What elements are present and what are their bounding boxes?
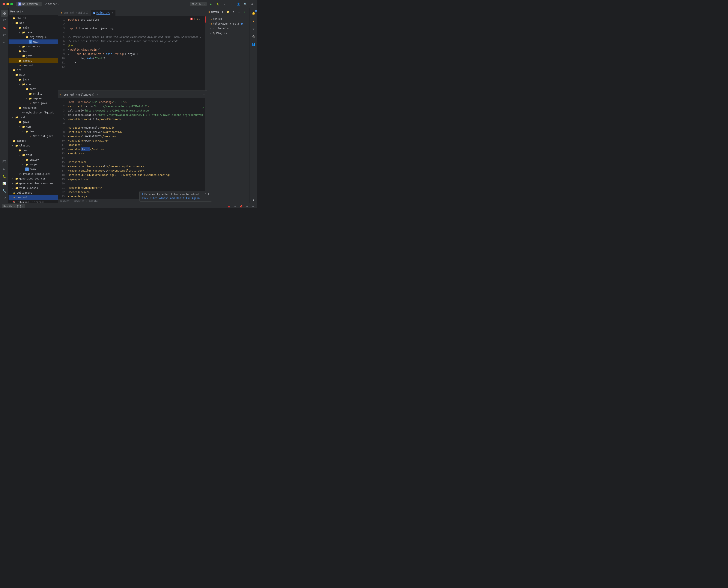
tree-child1[interactable]: ▾ 📁 child1 [8, 16, 58, 21]
tree-test-classes[interactable]: ▸ 📁 test-classes [8, 186, 58, 190]
tree-resources[interactable]: ▸ 📁 resources [8, 44, 58, 49]
nav-project[interactable]: project [60, 200, 69, 203]
run-tab-close[interactable]: ✕ [22, 205, 23, 208]
maven-plugins[interactable]: ▸ 🔌 Plugins [207, 31, 250, 36]
tab-close-main[interactable]: ✕ [112, 12, 113, 14]
tree-mapper[interactable]: ▸ 📁 mapper [8, 96, 58, 101]
profile-button[interactable]: 👤 [236, 1, 241, 7]
right-icon-m-bottom[interactable]: m [250, 196, 257, 203]
more-run-options[interactable]: ⚡ [222, 1, 227, 7]
tree-child1-main[interactable]: ▾ 📁 main [8, 25, 58, 30]
settings-button[interactable]: ⚙ [250, 1, 255, 7]
tree-com2[interactable]: ▾ 📁 com [8, 124, 58, 129]
pom-tab-close[interactable]: ✕ [97, 93, 99, 96]
run-stop[interactable]: ■ [227, 204, 232, 208]
sidebar-icon-profiler[interactable]: 📊 [1, 180, 8, 187]
tree-generated-test[interactable]: ▸ 📁 generated-test-sources [8, 181, 58, 186]
scrollbar-bottom[interactable] [205, 91, 207, 203]
code-content-top[interactable]: package org.example; import lombok.exter… [66, 16, 207, 90]
tree-main-java2[interactable]: ☕ Main.java [8, 101, 58, 105]
tree-test2[interactable]: ▾ 📁 test [8, 87, 58, 91]
tree-main2[interactable]: ▾ 📁 main [8, 72, 58, 77]
sidebar-icon-vcs[interactable] [1, 17, 8, 24]
sidebar-icon-git2[interactable]: ⎇ [1, 195, 8, 202]
run-button[interactable]: ▶ [208, 1, 214, 7]
run-filter[interactable]: ⚙ [244, 204, 250, 208]
tree-target[interactable]: ▸ 📁 target [8, 58, 58, 63]
nav-module[interactable]: module [89, 200, 98, 203]
scrollbar-top[interactable] [205, 16, 207, 90]
maven-run[interactable]: ▶ [242, 9, 247, 15]
maven-lifecycle[interactable]: ▸ ⚡ Lifecycle [207, 26, 250, 31]
tree-main-test[interactable]: ☕ MainTest.java [8, 134, 58, 139]
tree-mybatis[interactable]: </> mybatis-config.xml [8, 110, 58, 115]
branch-selector[interactable]: ⎇ master ▾ [44, 3, 59, 5]
run-tab[interactable]: Run Main (1) ✕ [2, 204, 25, 208]
maven-add[interactable]: + [236, 9, 242, 15]
tree-test-folder[interactable]: ▾ 📁 test [8, 49, 58, 54]
nav-modules[interactable]: modules [74, 200, 84, 203]
code-area-top[interactable]: 3 ⚠ 1 ⌄ 123456 789101112 package org.exa… [58, 16, 207, 90]
sidebar-icon-terminal[interactable] [1, 158, 8, 165]
tab-main-java[interactable]: C Main.java ✕ [91, 9, 116, 16]
sidebar-icon-bookmark[interactable]: 🔖 [1, 24, 8, 31]
tree-test3[interactable]: ▾ 📁 test [8, 115, 58, 120]
run-pin[interactable]: 📌 [238, 204, 243, 208]
tree-mybatis2[interactable]: </> mybatis-config.xml [8, 171, 58, 176]
tree-child1-java[interactable]: ▾ 📁 java [8, 30, 58, 35]
sidebar-icon-more[interactable]: ⋯ [1, 39, 8, 46]
close-button[interactable] [3, 3, 5, 5]
minimize-button[interactable] [6, 3, 9, 5]
tree-main3[interactable]: C Main [8, 167, 58, 171]
tree-generated[interactable]: ▸ 📁 generated-sources [8, 176, 58, 181]
maven-folder[interactable]: 📁 [225, 9, 231, 15]
pom-helloMaven-tab[interactable]: pom.xml (helloMaven) [62, 92, 97, 97]
tab-pom-child[interactable]: m pom.xml (child1) [59, 9, 91, 16]
debug-button[interactable]: 🐛 [215, 1, 220, 7]
tree-src2[interactable]: ▾ 📁 src [8, 68, 58, 72]
pane-tab-more[interactable]: ⋯ [204, 93, 205, 96]
tree-mapper2[interactable]: ▸ 📁 mapper [8, 162, 58, 167]
sidebar-icon-structure[interactable] [1, 32, 8, 39]
project-selector[interactable]: HH helloMaven ▾ [16, 2, 42, 6]
sidebar-icon-run[interactable]: ▶ [1, 166, 8, 172]
tree-pom-child[interactable]: m pom.xml [8, 63, 58, 68]
notification-dont-ask[interactable]: Don't Ask Again [176, 197, 199, 200]
maven-helloMaven[interactable]: ▾ m helloMaven (root) [207, 21, 250, 26]
run-rerun[interactable]: ↺ [232, 204, 237, 208]
run-config-selector[interactable]: Main (1) ▾ [190, 2, 207, 6]
tree-main-class[interactable]: C Main [8, 39, 58, 44]
code-content-bottom[interactable]: <?xml version="1.0" encoding="UTF-8"?> m… [66, 98, 207, 203]
tree-java3[interactable]: ▾ 📁 java [8, 120, 58, 124]
sidebar-icon-debug2[interactable]: 🐛 [1, 173, 8, 180]
tree-child1-src[interactable]: ▾ 📁 src [8, 21, 58, 25]
maximize-button[interactable] [10, 3, 13, 5]
menu-button[interactable]: ⋯ [229, 1, 234, 7]
tree-test4[interactable]: ▾ 📁 test [8, 129, 58, 134]
sidebar-icon-services[interactable]: 🔧 [1, 187, 8, 194]
tree-java2[interactable]: ▾ 📁 java [8, 77, 58, 82]
tree-test-java[interactable]: ▸ 📁 java [8, 54, 58, 58]
right-icon-team[interactable]: 👥 [250, 41, 257, 48]
tree-target2[interactable]: ▾ 📁 target [8, 139, 58, 143]
tree-classes[interactable]: ▾ 📁 classes [8, 143, 58, 148]
notification-always-add[interactable]: Always Add [159, 197, 175, 200]
code-area-bottom[interactable]: 123456 789101112 131415161718 1920212223… [58, 98, 207, 203]
tree-gitignore[interactable]: 🔒 .gitignore [8, 190, 58, 195]
tree-entity[interactable]: ▸ 📁 entity [8, 91, 58, 96]
right-icon-maven[interactable]: m [250, 18, 257, 24]
maven-refresh[interactable]: ↺ [220, 9, 225, 15]
editor-tabs-more[interactable]: ⋯ [201, 12, 206, 16]
project-header-dropdown[interactable]: ▾ [22, 10, 23, 13]
notification-view-files[interactable]: View Files [142, 197, 157, 200]
tree-external-libs[interactable]: ▾ 📚 External Libraries [8, 200, 58, 203]
tree-resources2[interactable]: ▾ 📁 resources [8, 105, 58, 110]
tree-entity2[interactable]: ▸ 📁 entity [8, 158, 58, 162]
tree-com3[interactable]: ▾ 📁 com [8, 148, 58, 153]
tree-pom-root[interactable]: m pom.xml [8, 195, 58, 200]
maven-child1[interactable]: ▸ m child1 [207, 17, 250, 21]
tree-org-example[interactable]: ▾ 📁 org.example [8, 35, 58, 39]
tree-test5[interactable]: ▾ 📁 test [8, 153, 58, 158]
search-button[interactable]: 🔍 [243, 1, 248, 7]
right-icon-notifications[interactable]: 🔔 [250, 10, 257, 17]
